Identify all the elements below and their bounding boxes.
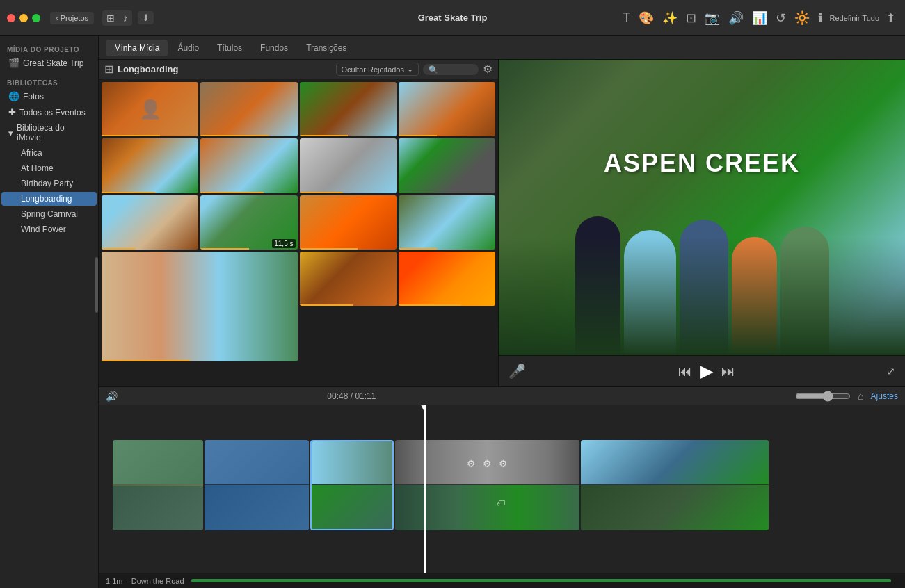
toolbar-right: T 🎨 ✨ ⊡ 📷 🔊 📊 ↺ 🔆 ℹ Redefinir Tudo ⬆ bbox=[620, 9, 898, 27]
thumbnail-13[interactable] bbox=[300, 252, 397, 306]
play-button[interactable]: ▶ bbox=[699, 360, 714, 382]
settings-overlay-icon3: ⚙ bbox=[499, 458, 508, 469]
progress-bar bbox=[191, 579, 891, 582]
thumbnail-10[interactable]: 11,5 s bbox=[200, 195, 297, 250]
maximize-button[interactable] bbox=[32, 14, 40, 22]
home-icon[interactable]: ⌂ bbox=[858, 391, 863, 402]
skip-back-button[interactable]: ⏮ bbox=[677, 362, 694, 381]
minimize-button[interactable] bbox=[19, 14, 28, 22]
thumbnail-5[interactable] bbox=[102, 138, 198, 193]
media-browser-title: Longboarding bbox=[118, 64, 178, 74]
rotate-icon[interactable]: ↺ bbox=[774, 9, 788, 27]
zoom-slider[interactable] bbox=[795, 391, 851, 402]
thumbnail-4[interactable] bbox=[399, 82, 495, 136]
thumbnail-1[interactable]: 👤 bbox=[102, 82, 198, 136]
sidebar-scrollbar[interactable] bbox=[95, 257, 98, 313]
clip-2[interactable] bbox=[205, 440, 309, 530]
grid-view-button[interactable]: ⊞ bbox=[102, 10, 119, 26]
fotos-label: Fotos bbox=[23, 92, 44, 101]
info-icon[interactable]: ℹ bbox=[816, 9, 825, 27]
sidebar-item-birthday-party[interactable]: Birthday Party bbox=[1, 177, 97, 190]
download-button[interactable]: ⬇ bbox=[138, 11, 154, 24]
clip-5[interactable] bbox=[581, 440, 769, 530]
thumbnail-11[interactable] bbox=[300, 195, 397, 250]
todos-eventos-label: Todos os Eventos bbox=[19, 108, 86, 117]
label-overlay-icon: 🏷 bbox=[497, 498, 505, 508]
reset-all-button[interactable]: Redefinir Tudo bbox=[829, 14, 879, 22]
timeline-track: 2,2s – ASPEN CREE|... bbox=[99, 405, 905, 573]
photos-icon: 🌐 bbox=[8, 91, 19, 101]
media-browser-header: ⊞ Longboarding Ocultar Rejeitados ⌄ ⚙ bbox=[99, 60, 498, 79]
tab-titulos[interactable]: Títulos bbox=[209, 40, 250, 56]
audio-icon[interactable]: 🔊 bbox=[726, 9, 746, 27]
filter-button[interactable]: Ocultar Rejeitados ⌄ bbox=[336, 63, 419, 76]
birthday-party-label: Birthday Party bbox=[21, 179, 73, 188]
thumbnail-7[interactable] bbox=[300, 138, 397, 193]
ajustes-button[interactable]: Ajustes bbox=[871, 391, 898, 401]
close-button[interactable] bbox=[7, 14, 15, 22]
volume-icon[interactable]: 🔊 bbox=[106, 391, 118, 402]
thumbnail-9[interactable] bbox=[102, 195, 198, 250]
thumbnail-wide-1[interactable] bbox=[102, 252, 298, 361]
chart-icon[interactable]: 📊 bbox=[750, 9, 769, 27]
clip-4[interactable]: ⚙ ⚙ ⚙ 🏷 bbox=[395, 440, 579, 530]
effects-icon[interactable]: ✨ bbox=[660, 9, 680, 27]
camera-icon[interactable]: 📷 bbox=[703, 9, 722, 27]
thumbnail-3[interactable] bbox=[300, 82, 397, 136]
back-button[interactable]: ‹ Projetos bbox=[50, 12, 94, 24]
crop-icon[interactable]: ⊡ bbox=[684, 9, 698, 27]
timeline-scroll[interactable]: 2,2s – ASPEN CREE|... bbox=[99, 405, 905, 573]
content-area: Minha Mídia Áudio Títulos Fundos Transiç… bbox=[99, 36, 905, 588]
back-label: Projetos bbox=[61, 14, 88, 22]
spring-carnival-label: Spring Carnival bbox=[21, 209, 78, 219]
sidebar-item-imovie-library[interactable]: ▾ Biblioteca do iMovie bbox=[1, 121, 97, 145]
chevron-down-icon: ▾ bbox=[8, 128, 13, 138]
color-icon[interactable]: 🎨 bbox=[636, 9, 656, 27]
settings-icon[interactable]: ⚙ bbox=[483, 63, 492, 76]
middle-split: ⊞ Longboarding Ocultar Rejeitados ⌄ ⚙ 👤 bbox=[99, 60, 905, 386]
filter-icon[interactable]: 🔆 bbox=[792, 9, 812, 27]
sidebar-item-longboarding[interactable]: Longboarding bbox=[1, 192, 97, 206]
at-home-label: At Home bbox=[21, 163, 54, 173]
thumbnail-12[interactable] bbox=[399, 195, 495, 250]
thumbnail-14[interactable] bbox=[399, 252, 495, 306]
thumbnail-8[interactable] bbox=[399, 138, 495, 193]
main-area: MÍDIA DO PROJETO 🎬 Great Skate Trip BIBL… bbox=[0, 36, 905, 588]
playhead bbox=[424, 405, 426, 573]
sidebar-item-spring-carnival[interactable]: Spring Carnival bbox=[1, 207, 97, 221]
sidebar-item-africa[interactable]: Africa bbox=[1, 146, 97, 160]
music-view-button[interactable]: ♪ bbox=[119, 10, 132, 26]
sidebar-item-project[interactable]: 🎬 Great Skate Trip bbox=[1, 56, 97, 70]
timeline-time: 00:48 / 01:11 bbox=[327, 391, 376, 401]
midia-section-label: MÍDIA DO PROJETO bbox=[0, 42, 98, 55]
skip-forward-button[interactable]: ⏭ bbox=[720, 362, 737, 381]
tab-bar: Minha Mídia Áudio Títulos Fundos Transiç… bbox=[99, 36, 905, 60]
titlebar: ‹ Projetos ⊞ ♪ ⬇ Great Skate Trip T 🎨 ✨ … bbox=[0, 0, 905, 36]
preview-background: ASPEN CREEK bbox=[499, 60, 905, 355]
thumbnail-6[interactable] bbox=[200, 138, 297, 193]
project-label: Great Skate Trip bbox=[23, 58, 83, 68]
share-button[interactable]: ⬆ bbox=[883, 10, 898, 26]
clip-3-selected[interactable]: 2,2s – ASPEN CREE|... bbox=[310, 440, 394, 530]
search-input[interactable] bbox=[423, 64, 479, 75]
grid-view-icon[interactable]: ⊞ bbox=[104, 63, 113, 76]
sidebar-item-todos-eventos[interactable]: ✚ Todos os Eventos bbox=[1, 105, 97, 120]
film-icon: 🎬 bbox=[8, 58, 19, 68]
tab-transicoes[interactable]: Transições bbox=[298, 40, 355, 56]
wind-power-label: Wind Power bbox=[21, 224, 66, 234]
sidebar-item-at-home[interactable]: At Home bbox=[1, 161, 97, 175]
traffic-lights bbox=[7, 14, 40, 22]
tab-audio[interactable]: Áudio bbox=[169, 40, 207, 56]
tab-minha-midia[interactable]: Minha Mídia bbox=[106, 40, 168, 56]
text-icon[interactable]: T bbox=[620, 9, 632, 26]
fullscreen-button[interactable]: ⤢ bbox=[886, 364, 897, 378]
timeline-area: 🔊 00:48 / 01:11 ⌂ Ajustes bbox=[99, 386, 905, 588]
sidebar-item-fotos[interactable]: 🌐 Fotos bbox=[1, 89, 97, 104]
africa-label: Africa bbox=[21, 148, 42, 158]
clip-1[interactable] bbox=[113, 440, 203, 530]
chevron-left-icon: ‹ bbox=[56, 14, 58, 22]
thumbnail-2[interactable] bbox=[200, 82, 297, 136]
sidebar-item-wind-power[interactable]: Wind Power bbox=[1, 222, 97, 236]
microphone-button[interactable]: 🎤 bbox=[507, 361, 527, 381]
tab-fundos[interactable]: Fundos bbox=[252, 40, 296, 56]
